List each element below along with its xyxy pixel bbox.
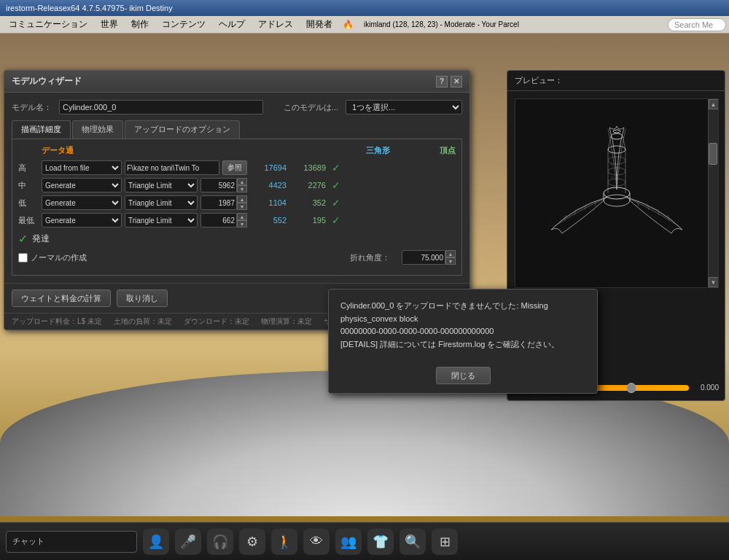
- help-button[interactable]: ?: [436, 76, 448, 88]
- scroll-down-button[interactable]: ▼: [709, 277, 719, 287]
- method-select-low[interactable]: Generate: [42, 195, 122, 210]
- search-icon[interactable]: 🔍: [399, 529, 426, 555]
- check-high: ✓: [332, 162, 340, 174]
- limit-select-lowest[interactable]: Triangle Limit: [125, 213, 198, 228]
- angle-spin-down[interactable]: ▼: [445, 257, 456, 265]
- tabs: 描画詳細度 物理効果 アップロードのオプション: [12, 120, 462, 139]
- menu-location[interactable]: ikimland (128, 128, 23) - Moderate - You…: [358, 19, 525, 30]
- value-field-mid[interactable]: [200, 178, 237, 192]
- tab-content: データ通 三角形 頂点 高 Load from file 参照 17: [12, 139, 462, 276]
- this-model-label: このモデルは...: [284, 102, 338, 113]
- close-button[interactable]: ✕: [451, 76, 462, 88]
- headset-icon[interactable]: 🎧: [207, 529, 233, 555]
- angle-spin-up[interactable]: ▲: [445, 250, 456, 257]
- spin-up-mid[interactable]: ▲: [237, 178, 247, 185]
- calculate-button[interactable]: ウェイトと料金の計算: [12, 289, 111, 307]
- physics-status: 物理演算：未定: [261, 316, 312, 327]
- svg-point-10: [611, 133, 623, 139]
- level-mid: 中: [18, 180, 39, 191]
- value-field-lowest[interactable]: [200, 213, 237, 228]
- people-icon[interactable]: 👥: [335, 529, 362, 555]
- svg-point-4: [608, 146, 625, 153]
- grid-icon[interactable]: ⊞: [432, 529, 458, 555]
- land-impact: 土地の負荷：未定: [114, 316, 172, 327]
- menu-content[interactable]: コンテンツ: [156, 17, 211, 32]
- menu-bar: コミュニケーション 世界 制作 コンテンツ ヘルプ アドレス 開発者 🔥 iki…: [0, 16, 729, 34]
- avatar-icon[interactable]: 👤: [143, 529, 169, 555]
- model-wireframe: [529, 106, 704, 281]
- menu-world[interactable]: 世界: [95, 17, 124, 32]
- error-dialog: Cylinder.000_0 をアップロードできませんでした: Missing …: [328, 289, 598, 394]
- angle-spin-buttons: ▲ ▼: [445, 250, 456, 265]
- spin-buttons-mid: ▲ ▼: [237, 178, 247, 192]
- menu-developer[interactable]: 開発者: [300, 17, 338, 32]
- preview-canvas: ▲ ▼: [515, 98, 719, 288]
- spin-up-low[interactable]: ▲: [237, 195, 247, 203]
- method-select-high[interactable]: Load from file: [42, 160, 122, 175]
- value-field-low[interactable]: [200, 195, 237, 210]
- level-high: 高: [18, 163, 39, 174]
- taskbar: チャット 👤 🎤 🎧 ⚙ 🚶 👁 👥 👕 🔍 ⊞: [0, 522, 729, 560]
- triangles-mid: 4423: [250, 181, 286, 190]
- method-select-lowest[interactable]: Generate: [42, 213, 122, 228]
- spread-slider-thumb[interactable]: [626, 383, 636, 393]
- spin-down-low[interactable]: ▼: [237, 203, 247, 210]
- mic-icon[interactable]: 🎤: [175, 529, 201, 555]
- check-row: ✓ 発達: [18, 232, 456, 246]
- table-row-low: 低 Generate Triangle Limit ▲ ▼ 110: [18, 195, 456, 210]
- vertices-header: 頂点: [419, 145, 456, 156]
- tab-upload[interactable]: アップロードのオプション: [125, 120, 240, 139]
- check-lowest: ✓: [332, 214, 340, 226]
- this-model-select[interactable]: 1つを選択...: [346, 100, 462, 114]
- method-select-mid[interactable]: Generate: [42, 178, 122, 192]
- menu-help[interactable]: ヘルプ: [213, 17, 251, 32]
- walk-icon[interactable]: 🚶: [271, 529, 297, 555]
- svg-point-7: [608, 157, 625, 164]
- scroll-up-button[interactable]: ▲: [709, 99, 719, 109]
- spin-buttons-lowest: ▲ ▼: [237, 213, 247, 228]
- value-low-input: ▲ ▼: [200, 195, 247, 210]
- menu-communication[interactable]: コミュニケーション: [3, 17, 93, 32]
- preview-scrollbar[interactable]: ▲ ▼: [708, 99, 718, 287]
- shirt-icon[interactable]: 👕: [367, 529, 394, 555]
- spin-down-lowest[interactable]: ▼: [237, 220, 247, 228]
- normal-checkbox-label[interactable]: ノーマルの作成: [18, 252, 87, 263]
- svg-point-13: [613, 130, 620, 133]
- vertices-high: 13689: [289, 163, 326, 172]
- svg-point-0: [604, 195, 630, 206]
- error-line4: [DETAILS] 詳細については Firestorm.log をご確認ください…: [340, 340, 560, 349]
- browse-button-high[interactable]: 参照: [222, 160, 247, 175]
- error-close-button[interactable]: 閉じる: [436, 367, 491, 384]
- chat-input[interactable]: チャット: [6, 531, 137, 553]
- download-status: ダウンロード：未定: [184, 316, 249, 327]
- svg-point-8: [608, 168, 625, 175]
- tab-detail[interactable]: 描画詳細度: [12, 120, 71, 139]
- menu-address[interactable]: アドレス: [252, 17, 299, 32]
- develop-check-icon: ✓: [18, 232, 28, 246]
- menu-create[interactable]: 制作: [125, 17, 155, 32]
- svg-line-23: [610, 164, 613, 166]
- svg-line-15: [647, 204, 649, 210]
- dialog-title-text: モデルウィザード: [12, 75, 82, 88]
- spin-down-mid[interactable]: ▼: [237, 185, 247, 192]
- table-row-lowest: 最低 Generate Triangle Limit ▲ ▼ 55: [18, 213, 456, 228]
- angle-input[interactable]: [402, 250, 445, 265]
- normal-checkbox[interactable]: [18, 253, 28, 262]
- model-name-input[interactable]: [59, 100, 263, 114]
- search-box[interactable]: Search Me: [668, 18, 726, 31]
- file-path-high[interactable]: [125, 160, 219, 175]
- limit-select-low[interactable]: Triangle Limit: [125, 195, 198, 210]
- title-bar: irestorm-Releasex64 4.7.5.47975- ikim De…: [0, 0, 729, 16]
- table-row-mid: 中 Generate Triangle Limit ▲ ▼ 442: [18, 178, 456, 192]
- vertices-lowest: 195: [289, 216, 326, 225]
- scroll-thumb[interactable]: [709, 143, 717, 165]
- tab-physics[interactable]: 物理効果: [72, 120, 123, 139]
- svg-line-19: [585, 204, 586, 210]
- cancel-button[interactable]: 取り消し: [117, 289, 168, 307]
- angle-label: 折れ角度：: [350, 252, 390, 263]
- settings-icon[interactable]: ⚙: [239, 529, 265, 555]
- limit-select-mid[interactable]: Triangle Limit: [125, 178, 198, 192]
- eye-icon[interactable]: 👁: [303, 529, 330, 555]
- spin-up-lowest[interactable]: ▲: [237, 213, 247, 220]
- dialog-title-buttons: ? ✕: [436, 76, 462, 88]
